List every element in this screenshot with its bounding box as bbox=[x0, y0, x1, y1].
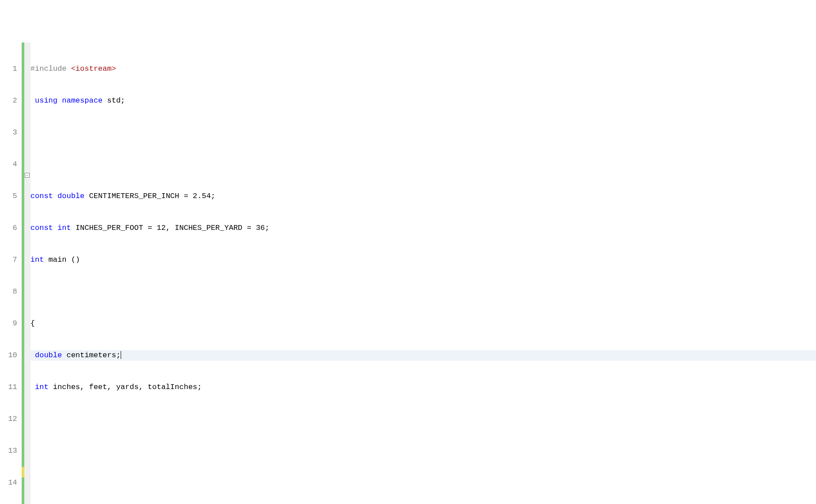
line-number: 12 bbox=[0, 414, 18, 424]
code-line[interactable] bbox=[31, 446, 816, 456]
line-number-gutter: 1 2 3 4 5 6 7 8 9 10 11 12 13 14 15 16 1… bbox=[0, 42, 22, 504]
keyword-token: const bbox=[31, 224, 53, 232]
line-number: 5 bbox=[0, 191, 18, 202]
code-line[interactable]: int inches, feet, yards, totalInches; bbox=[31, 382, 816, 393]
keyword-token: using bbox=[35, 96, 57, 105]
code-line[interactable] bbox=[31, 414, 816, 424]
line-number: 13 bbox=[0, 446, 18, 456]
code-line[interactable] bbox=[31, 159, 816, 170]
line-number: 2 bbox=[0, 95, 18, 106]
code-line[interactable] bbox=[31, 127, 816, 138]
line-number: 4 bbox=[0, 159, 18, 170]
preproc-token: #include bbox=[31, 65, 71, 73]
code-editor[interactable]: 1 2 3 4 5 6 7 8 9 10 11 12 13 14 15 16 1… bbox=[0, 42, 816, 504]
code-line-current[interactable]: double centimeters; bbox=[31, 350, 816, 361]
line-number: 7 bbox=[0, 255, 18, 265]
keyword-token: double bbox=[57, 192, 84, 200]
line-number: 3 bbox=[0, 127, 18, 138]
code-line[interactable] bbox=[31, 477, 816, 488]
line-number: 14 bbox=[0, 477, 18, 488]
code-line[interactable]: const double CENTIMETERS_PER_INCH = 2.54… bbox=[31, 191, 816, 202]
line-number: 10 bbox=[0, 350, 18, 361]
keyword-token: int bbox=[35, 383, 49, 391]
code-line[interactable]: #include <iostream> bbox=[31, 64, 816, 74]
keyword-token: int bbox=[31, 256, 44, 264]
line-number: 1 bbox=[0, 64, 18, 74]
line-number: 6 bbox=[0, 223, 18, 233]
keyword-token: const bbox=[31, 192, 53, 200]
fold-toggle-icon[interactable]: − bbox=[25, 173, 30, 178]
code-line[interactable]: const int INCHES_PER_FOOT = 12, INCHES_P… bbox=[31, 223, 816, 233]
line-number: 8 bbox=[0, 286, 18, 297]
text-cursor bbox=[121, 351, 121, 359]
include-token: <iostream> bbox=[71, 65, 116, 73]
keyword-token: int bbox=[57, 224, 71, 232]
fold-column: − bbox=[24, 42, 31, 504]
code-area[interactable]: #include <iostream> using namespace std;… bbox=[31, 42, 816, 504]
line-number: 9 bbox=[0, 318, 18, 329]
line-number: 11 bbox=[0, 382, 18, 393]
keyword-token: double bbox=[35, 351, 62, 359]
code-line[interactable]: { bbox=[31, 318, 816, 329]
keyword-token: namespace bbox=[62, 96, 103, 105]
code-line[interactable]: using namespace std; bbox=[31, 95, 816, 106]
code-line[interactable]: int main () bbox=[31, 255, 816, 265]
code-line[interactable] bbox=[31, 286, 816, 297]
